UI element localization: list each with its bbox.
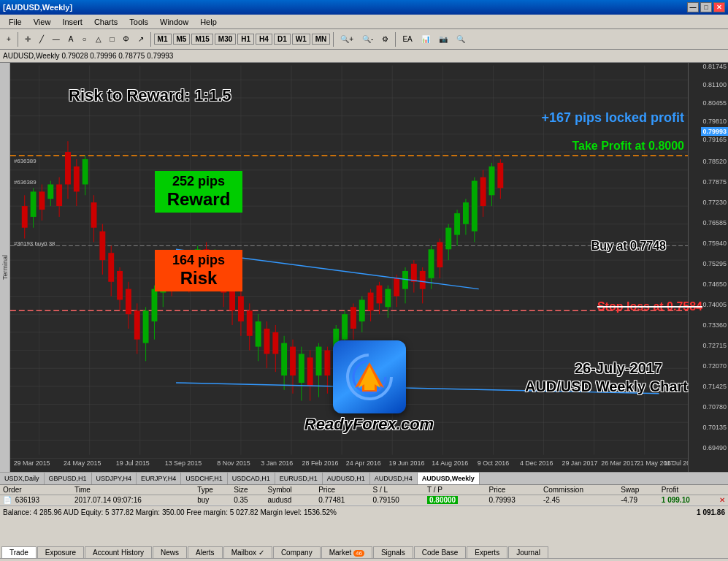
menu-view[interactable]: View xyxy=(28,16,57,28)
timeframe-m30[interactable]: M30 xyxy=(215,34,236,45)
zoom-out-button[interactable]: 🔍- xyxy=(359,31,377,47)
svg-rect-66 xyxy=(65,152,71,184)
tab-codebase[interactable]: Code Base xyxy=(414,546,466,558)
svg-rect-114 xyxy=(272,332,278,354)
col-type: Type xyxy=(194,485,231,495)
minimize-button[interactable]: — xyxy=(687,2,699,12)
svg-rect-154 xyxy=(445,228,451,250)
terminal-area: Order Time Type Size Symbol Price S / L … xyxy=(0,485,728,543)
tab-mailbox[interactable]: Mailbox ✓ xyxy=(223,546,272,558)
window-title: [AUDUSD,Weekly] xyxy=(3,3,72,12)
search-button[interactable]: 🔍 xyxy=(453,31,469,47)
svg-text:4 Dec 2016: 4 Dec 2016 xyxy=(520,459,553,467)
tab-experts[interactable]: Experts xyxy=(467,546,507,558)
ellipse-button[interactable]: ○ xyxy=(79,31,91,47)
crosshair-button[interactable]: ✛ xyxy=(21,31,34,47)
hline-button[interactable]: — xyxy=(49,31,64,47)
sym-tab-usdchf[interactable]: USDCHF,H1 xyxy=(181,473,228,484)
timeframe-m5[interactable]: M5 xyxy=(173,34,191,45)
menu-window[interactable]: Window xyxy=(154,16,194,28)
tab-news[interactable]: News xyxy=(153,546,187,558)
col-swap: Swap xyxy=(618,485,659,495)
sym-tab-gbpusd[interactable]: GBPUSD,H1 xyxy=(45,473,92,484)
screenshot-button[interactable]: 📷 xyxy=(435,31,451,47)
menu-tools[interactable]: Tools xyxy=(123,16,154,28)
svg-rect-108 xyxy=(247,310,253,336)
close-button[interactable]: ✕ xyxy=(713,2,725,12)
svg-rect-70 xyxy=(83,159,88,185)
sym-tab-eurusd[interactable]: EURUSD,H1 xyxy=(275,473,323,484)
tab-signals[interactable]: Signals xyxy=(373,546,413,558)
rect-button[interactable]: □ xyxy=(107,31,118,47)
svg-rect-58 xyxy=(31,191,37,217)
tab-trade[interactable]: Trade xyxy=(1,546,37,558)
svg-rect-86 xyxy=(151,289,157,321)
indicator-button[interactable]: 📊 xyxy=(418,31,434,47)
expert-button[interactable]: EA xyxy=(399,31,415,47)
menu-insert[interactable]: Insert xyxy=(56,16,88,28)
sym-tab-usdx[interactable]: USDX,Daily xyxy=(0,473,45,484)
svg-text:24 May 2015: 24 May 2015 xyxy=(64,459,101,467)
maximize-button[interactable]: □ xyxy=(700,2,712,12)
timeframe-mn[interactable]: MN xyxy=(312,34,331,45)
svg-text:3 Jan 2016: 3 Jan 2016 xyxy=(261,459,293,467)
line-button[interactable]: ╱ xyxy=(36,31,47,47)
col-time: Time xyxy=(72,485,194,495)
fib-button[interactable]: Φ xyxy=(120,31,133,47)
price-0.75295: 0.75295 xyxy=(702,260,727,267)
market-badge: 46 xyxy=(353,550,364,557)
timeframe-h1[interactable]: H1 xyxy=(237,34,254,45)
title-bar: [AUDUSD,Weekly] — □ ✕ xyxy=(0,0,728,15)
sym-tab-audusd-h1[interactable]: AUDUSD,H1 xyxy=(323,473,370,484)
tab-exposure[interactable]: Exposure xyxy=(37,546,84,558)
menu-file[interactable]: File xyxy=(3,16,28,28)
arrow-button[interactable]: ↗ xyxy=(134,31,147,47)
tab-company[interactable]: Company xyxy=(273,546,321,558)
svg-text:26 Mar 2017: 26 Mar 2017 xyxy=(601,459,637,467)
svg-text:#636389: #636389 xyxy=(14,158,37,164)
tab-alerts[interactable]: Alerts xyxy=(188,546,223,558)
text-button[interactable]: A xyxy=(65,31,77,47)
triangle-button[interactable]: △ xyxy=(92,31,105,47)
svg-rect-56 xyxy=(22,206,28,228)
price-0.71425: 0.71425 xyxy=(702,383,727,390)
price-0.80455: 0.80455 xyxy=(702,99,727,107)
properties-button[interactable]: ⚙ xyxy=(378,31,392,47)
svg-text:#36193 buy0.38: #36193 buy0.38 xyxy=(14,240,55,247)
new-chart-button[interactable]: + xyxy=(3,31,15,47)
sym-tab-usdcad[interactable]: USDCAD,H1 xyxy=(228,473,275,484)
price-0.72070: 0.72070 xyxy=(702,362,727,370)
price-0.75940: 0.75940 xyxy=(702,240,727,247)
toolbar-separator-4 xyxy=(395,32,396,47)
timeframe-w1[interactable]: W1 xyxy=(292,34,310,45)
menu-charts[interactable]: Charts xyxy=(88,16,123,28)
sym-tab-eurjpy[interactable]: EURJPY,H4 xyxy=(137,473,181,484)
zoom-in-button[interactable]: 🔍+ xyxy=(337,31,357,47)
sym-tab-audusd-weekly[interactable]: AUDUSD,Weekly xyxy=(418,473,480,484)
col-close xyxy=(716,485,728,495)
svg-rect-134 xyxy=(359,299,365,321)
tab-account-history[interactable]: Account History xyxy=(85,546,152,558)
chart-area[interactable]: 29 Mar 2015 24 May 2015 19 Jul 2015 13 S… xyxy=(10,63,728,472)
price-0.73360: 0.73360 xyxy=(702,321,727,329)
sym-tab-usdjpy[interactable]: USDJPY,H4 xyxy=(92,473,137,484)
svg-text:29 Jan 2017: 29 Jan 2017 xyxy=(562,459,597,467)
trade-commission: -2.45 xyxy=(540,495,618,505)
order-icon: 📄 xyxy=(3,496,12,504)
price-0.81100: 0.81100 xyxy=(702,81,727,88)
svg-rect-136 xyxy=(368,293,374,311)
trade-table: Order Time Type Size Symbol Price S / L … xyxy=(0,485,728,505)
timeframe-d1[interactable]: D1 xyxy=(274,34,291,45)
trade-close-btn[interactable]: ✕ xyxy=(716,495,728,505)
sym-tab-audusd-h4[interactable]: AUDUSD,H4 xyxy=(370,473,418,484)
price-0.70780: 0.70780 xyxy=(702,403,727,411)
tab-market[interactable]: Market 46 xyxy=(321,546,372,558)
timeframe-m1[interactable]: M1 xyxy=(154,34,172,45)
menu-help[interactable]: Help xyxy=(194,16,223,28)
timeframe-m15[interactable]: M15 xyxy=(191,34,212,45)
balance-text: Balance: 4 285.96 AUD Equity: 5 377.82 M… xyxy=(3,508,337,516)
svg-rect-74 xyxy=(99,232,105,260)
tab-journal[interactable]: Journal xyxy=(508,546,548,558)
timeframe-h4[interactable]: H4 xyxy=(256,34,272,45)
svg-text:8 Nov 2015: 8 Nov 2015 xyxy=(217,459,250,467)
